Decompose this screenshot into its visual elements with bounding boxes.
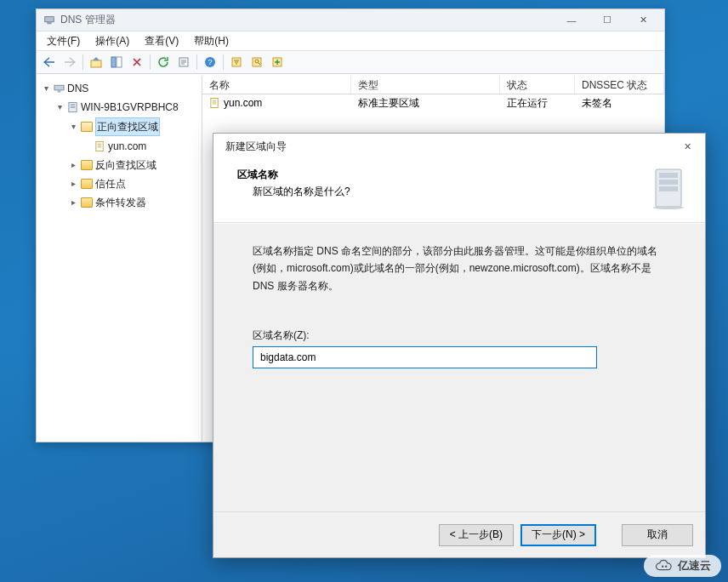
- cell-status: 正在运行: [500, 96, 575, 111]
- toolbar-separator: [150, 54, 151, 70]
- tree-root-dns[interactable]: ▾ DNS: [40, 79, 202, 98]
- tree-pane[interactable]: ▾ DNS ▾ WIN-9B1GVRPBHC8: [37, 76, 202, 442]
- svg-point-23: [653, 206, 684, 209]
- tree-trust-points[interactable]: ▸ 信任点: [67, 174, 202, 193]
- svg-rect-18: [211, 98, 218, 107]
- up-button[interactable]: [87, 53, 105, 71]
- tree-server[interactable]: ▾ WIN-9B1GVRPBHC8: [54, 98, 202, 117]
- svg-point-25: [665, 566, 667, 568]
- tree-root-label: DNS: [67, 80, 88, 97]
- svg-rect-13: [58, 90, 61, 93]
- tree-reverse-zones[interactable]: ▸ 反向查找区域: [67, 156, 202, 174]
- svg-rect-4: [117, 57, 122, 67]
- svg-rect-1: [47, 21, 51, 24]
- new-zone-wizard-dialog: 新建区域向导 ✕ 区域名称 新区域的名称是什么? 区域名称指定 DNS 命名空间…: [213, 133, 706, 558]
- cell-type: 标准主要区域: [351, 96, 500, 111]
- menubar: 文件(F) 操作(A) 查看(V) 帮助(H): [37, 31, 664, 50]
- zone-icon: [94, 140, 105, 152]
- export-button[interactable]: [174, 53, 193, 71]
- svg-rect-21: [659, 180, 678, 185]
- svg-rect-16: [71, 106, 76, 108]
- tree-zone-label: yun.com: [108, 138, 146, 155]
- wizard-description: 区域名称指定 DNS 命名空间的部分，该部分由此服务器管理。这可能是你组织单位的…: [253, 242, 666, 294]
- menu-file[interactable]: 文件(F): [40, 32, 87, 50]
- nav-back-button[interactable]: [40, 53, 59, 71]
- wizard-header: 区域名称 新区域的名称是什么?: [213, 159, 705, 223]
- minimize-button[interactable]: —: [554, 10, 589, 31]
- new-zone-button[interactable]: [268, 53, 287, 71]
- col-name[interactable]: 名称: [202, 76, 351, 94]
- col-type[interactable]: 类型: [351, 76, 500, 94]
- titlebar[interactable]: DNS 管理器 — ☐ ✕: [37, 9, 664, 31]
- svg-point-24: [662, 566, 663, 568]
- wizard-titlebar[interactable]: 新建区域向导 ✕: [213, 134, 705, 159]
- cloud-icon: [654, 559, 673, 573]
- maximize-button[interactable]: ☐: [589, 10, 625, 31]
- tree-forward-zones[interactable]: ▾ 正向查找区域: [67, 117, 202, 137]
- wizard-title: 新建区域向导: [225, 140, 673, 154]
- find-button[interactable]: [247, 53, 266, 71]
- tree-server-label: WIN-9B1GVRPBHC8: [81, 99, 179, 116]
- show-hide-tree-button[interactable]: [107, 53, 126, 71]
- wizard-subheading: 新区域的名称是什么?: [253, 185, 651, 199]
- tree-reverse-label: 反向查找区域: [95, 157, 156, 174]
- zone-name-input[interactable]: [253, 346, 597, 368]
- tree-conditional-label: 条件转发器: [95, 194, 146, 211]
- server-image-icon: [651, 168, 690, 210]
- back-button[interactable]: < 上一步(B): [439, 524, 514, 546]
- help-button[interactable]: ?: [201, 53, 219, 71]
- cancel-button[interactable]: 取消: [622, 524, 693, 546]
- wizard-body: 区域名称指定 DNS 命名空间的部分，该部分由此服务器管理。这可能是你组织单位的…: [213, 224, 705, 511]
- list-header: 名称 类型 状态 DNSSEC 状态: [202, 76, 664, 94]
- zone-name-label: 区域名称(Z):: [253, 328, 666, 343]
- menu-action[interactable]: 操作(A): [88, 32, 136, 50]
- server-icon: [67, 101, 78, 113]
- svg-rect-22: [659, 186, 678, 191]
- folder-icon: [81, 179, 93, 189]
- svg-rect-20: [659, 173, 678, 178]
- menu-help[interactable]: 帮助(H): [187, 32, 236, 50]
- toolbar: ?: [37, 50, 664, 74]
- tree-trust-label: 信任点: [95, 175, 126, 192]
- cell-dnssec: 未签名: [575, 96, 664, 111]
- folder-icon: [81, 160, 93, 170]
- cell-name: yun.com: [224, 97, 262, 109]
- svg-text:?: ?: [208, 58, 212, 66]
- svg-rect-12: [54, 85, 64, 90]
- wizard-close-button[interactable]: ✕: [673, 136, 702, 157]
- toolbar-separator: [82, 54, 83, 70]
- delete-button[interactable]: [128, 53, 146, 71]
- watermark-text: 亿速云: [678, 558, 711, 573]
- close-button[interactable]: ✕: [625, 10, 661, 31]
- svg-rect-15: [71, 104, 76, 106]
- zone-file-icon: [209, 97, 220, 109]
- svg-rect-0: [45, 16, 54, 21]
- wizard-heading: 区域名称: [237, 168, 651, 182]
- refresh-button[interactable]: [154, 53, 173, 71]
- col-status[interactable]: 状态: [500, 76, 575, 94]
- tree-conditional-forwarders[interactable]: ▸ 条件转发器: [67, 193, 202, 212]
- toolbar-separator: [196, 54, 197, 70]
- svg-rect-3: [111, 57, 116, 67]
- tree-forward-label: 正向查找区域: [95, 117, 160, 136]
- list-row[interactable]: yun.com 标准主要区域 正在运行 未签名: [202, 94, 664, 111]
- tree-zone-yun[interactable]: yun.com: [81, 137, 202, 156]
- col-dnssec[interactable]: DNSSEC 状态: [575, 76, 664, 94]
- filter-button[interactable]: [227, 53, 246, 71]
- toolbar-separator: [223, 54, 224, 70]
- menu-view[interactable]: 查看(V): [138, 32, 185, 50]
- svg-rect-17: [96, 141, 103, 151]
- folder-icon: [81, 197, 93, 208]
- svg-rect-2: [91, 60, 101, 67]
- folder-open-icon: [81, 122, 93, 132]
- wizard-footer: < 上一步(B) 下一步(N) > 取消: [213, 511, 705, 557]
- nav-forward-button[interactable]: [60, 53, 79, 71]
- window-title: DNS 管理器: [60, 13, 554, 27]
- watermark: 亿速云: [644, 555, 721, 577]
- next-button[interactable]: 下一步(N) >: [520, 524, 596, 546]
- dns-root-icon: [54, 83, 65, 94]
- dns-app-icon: [43, 14, 55, 26]
- list-body[interactable]: yun.com 标准主要区域 正在运行 未签名: [202, 94, 664, 111]
